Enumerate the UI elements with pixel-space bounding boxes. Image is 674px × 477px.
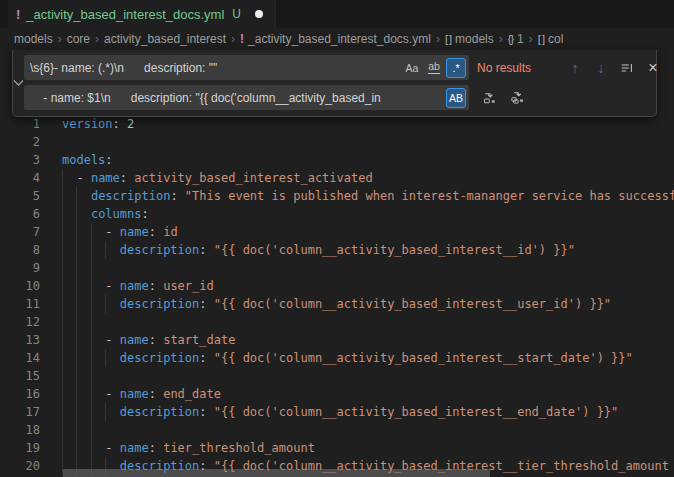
line-number: 9	[0, 259, 40, 277]
close-button[interactable]: ×	[643, 58, 663, 78]
code-line[interactable]: 5 description: "This event is published …	[0, 187, 674, 205]
git-status-badge: U	[232, 7, 241, 21]
breadcrumb-item-_activity_based_interest_docs.yml[interactable]: !_activity_based_interest_docs.yml	[240, 32, 431, 46]
indent-guide	[62, 367, 63, 385]
indent-guide	[76, 259, 77, 277]
code-text: - name: tier_threshold_amount	[62, 439, 315, 457]
indent-guide	[62, 259, 63, 277]
breadcrumb-label: models	[14, 32, 53, 46]
code-text: - name: activity_based_interest_activate…	[62, 169, 373, 187]
breadcrumb-label: _activity_based_interest_docs.yml	[248, 32, 431, 46]
code-text: - name: end_date	[62, 385, 221, 403]
indent-guide	[91, 259, 92, 277]
breadcrumb-item-models[interactable]: models	[14, 32, 53, 46]
previous-match-button[interactable]: ↑	[565, 58, 585, 78]
breadcrumb-item-activity_based_interest[interactable]: activity_based_interest	[104, 32, 226, 46]
yaml-file-icon: !	[240, 32, 244, 46]
breadcrumb-separator: ›	[231, 32, 235, 46]
code-line[interactable]: 6 columns:	[0, 205, 674, 223]
indent-guide	[62, 421, 63, 439]
code-line[interactable]: 11 description: "{{ doc('column__activit…	[0, 295, 674, 313]
code-text: - name: user_id	[62, 277, 214, 295]
breadcrumb-separator: ›	[436, 32, 440, 46]
code-line[interactable]: 7 - name: id	[0, 223, 674, 241]
indent-guide	[62, 313, 63, 331]
breadcrumb-label: col	[548, 32, 563, 46]
arrow-down-icon: ↓	[598, 60, 605, 76]
code-text: description: "{{ doc('column__activity_b…	[62, 403, 618, 421]
breadcrumb-separator: ›	[499, 32, 503, 46]
code-line[interactable]: 10 - name: user_id	[0, 277, 674, 295]
whole-word-label: ab	[428, 61, 440, 73]
find-in-selection-button[interactable]	[617, 58, 637, 78]
line-number: 17	[0, 403, 40, 421]
code-line[interactable]: 8 description: "{{ doc('column__activity…	[0, 241, 674, 259]
vscode-window: ! _activity_based_interest_docs.yml U mo…	[0, 0, 674, 477]
replace-icon	[482, 90, 497, 105]
chevron-down-icon	[13, 79, 24, 87]
find-input[interactable]: \s{6}- name: (.*)\n description: "" Aa a…	[24, 55, 469, 80]
match-case-toggle[interactable]: Aa	[402, 58, 422, 78]
breadcrumb-separator: ›	[529, 32, 533, 46]
breadcrumb-item-col[interactable]: [ ]col	[538, 32, 564, 46]
breadcrumb-separator: ›	[58, 32, 62, 46]
line-number: 3	[0, 151, 40, 169]
code-line[interactable]: 9	[0, 259, 674, 277]
replace-input[interactable]: - name: $1\n description: "{{ doc('colum…	[24, 85, 469, 110]
replace-all-icon[interactable]	[507, 88, 527, 108]
line-number: 20	[0, 457, 40, 475]
code-text: - name: id	[62, 223, 178, 241]
symbol-object-icon: {}	[508, 33, 513, 45]
line-number: 2	[0, 133, 40, 151]
code-line[interactable]: 15	[0, 367, 674, 385]
code-text: models:	[62, 151, 113, 169]
yaml-file-icon: !	[16, 7, 20, 22]
breadcrumb-item-1[interactable]: {}1	[508, 32, 524, 46]
breadcrumb-item-core[interactable]: core	[67, 32, 90, 46]
breadcrumb: models›core›activity_based_interest›!_ac…	[0, 28, 674, 50]
next-match-button[interactable]: ↓	[591, 58, 611, 78]
find-input-value: \s{6}- name: (.*)\n description: ""	[30, 61, 400, 75]
code-text: columns:	[62, 205, 149, 223]
breadcrumb-separator: ›	[95, 32, 99, 46]
code-line[interactable]: 14 description: "{{ doc('column__activit…	[0, 349, 674, 367]
indent-guide	[76, 367, 77, 385]
find-status: No results	[477, 61, 565, 75]
code-line[interactable]: 3models:	[0, 151, 674, 169]
code-line[interactable]: 12	[0, 313, 674, 331]
preserve-case-toggle[interactable]: AB	[446, 88, 466, 108]
horizontal-scrollbar-thumb[interactable]	[63, 469, 490, 477]
line-number: 14	[0, 349, 40, 367]
line-number: 12	[0, 313, 40, 331]
code-line[interactable]: 18	[0, 421, 674, 439]
code-line[interactable]: 16 - name: end_date	[0, 385, 674, 403]
close-icon: ×	[648, 59, 657, 77]
breadcrumb-item-models[interactable]: [ ]models	[445, 32, 494, 46]
code-lines: 1version: 223models:4 - name: activity_b…	[0, 115, 674, 475]
code-line[interactable]: 19 - name: tier_threshold_amount	[0, 439, 674, 457]
tab-activity-based-interest-docs[interactable]: ! _activity_based_interest_docs.yml U	[8, 0, 276, 28]
line-number: 19	[0, 439, 40, 457]
breadcrumb-label: activity_based_interest	[104, 32, 226, 46]
tab-bar: ! _activity_based_interest_docs.yml U	[0, 0, 674, 28]
toggle-replace-button[interactable]	[13, 55, 24, 110]
code-line[interactable]: 17 description: "{{ doc('column__activit…	[0, 403, 674, 421]
code-text: description: "{{ doc('column__activity_b…	[62, 349, 633, 367]
indent-guide	[91, 367, 92, 385]
regex-toggle[interactable]: .*	[446, 58, 466, 78]
modified-dot-icon[interactable]	[255, 10, 263, 18]
replace-button[interactable]	[479, 88, 499, 108]
replace-row: - name: $1\n description: "{{ doc('colum…	[24, 85, 663, 110]
code-line[interactable]: 2	[0, 133, 674, 151]
replace-input-value: - name: $1\n description: "{{ doc('colum…	[30, 91, 444, 105]
code-text: description: "{{ doc('column__activity_b…	[62, 241, 575, 259]
code-line[interactable]: 1version: 2	[0, 115, 674, 133]
tab-title: _activity_based_interest_docs.yml	[26, 7, 224, 22]
code-text: - name: start_date	[62, 331, 235, 349]
code-line[interactable]: 4 - name: activity_based_interest_activa…	[0, 169, 674, 187]
indent-guide	[91, 421, 92, 439]
whole-word-toggle[interactable]: ab	[424, 58, 444, 78]
code-line[interactable]: 13 - name: start_date	[0, 331, 674, 349]
line-number: 13	[0, 331, 40, 349]
find-replace-widget: \s{6}- name: (.*)\n description: "" Aa a…	[12, 50, 657, 117]
